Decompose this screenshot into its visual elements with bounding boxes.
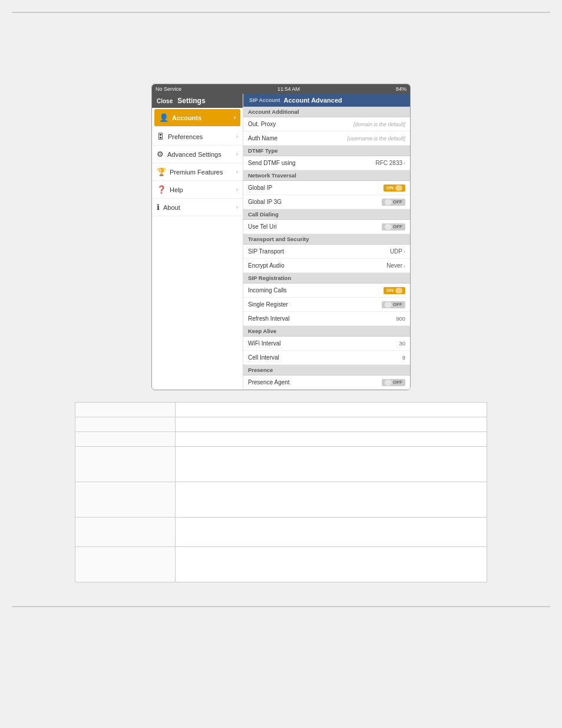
- page-wrapper: No Service 11:54 AM 84% Close Settings 👤…: [0, 0, 562, 728]
- auth-name-label: Auth Name: [248, 135, 277, 141]
- table-cell-value: [176, 403, 487, 417]
- sidebar-label-premium-features: Premium Features: [170, 169, 223, 176]
- sidebar: Close Settings 👤 Accounts › 🎛 Preference…: [152, 94, 243, 390]
- row-global-ip: Global IP ON: [243, 181, 410, 195]
- info-table: [75, 402, 487, 582]
- status-signal: No Service: [156, 86, 181, 92]
- cell-interval-label: Cell Interval: [248, 354, 279, 361]
- sip-transport-arrow: ›: [404, 249, 405, 255]
- table-cell-value: [176, 447, 487, 482]
- status-battery: 84%: [396, 86, 406, 92]
- single-register-label: Single Register: [248, 301, 288, 308]
- row-refresh-interval: Refresh Interval 900: [243, 312, 410, 326]
- row-cell-interval: Cell Interval 9: [243, 351, 410, 365]
- table-cell-key: [75, 547, 176, 582]
- table-cell-key: [75, 432, 176, 447]
- auth-name-value[interactable]: [username is the default]: [347, 136, 405, 141]
- preferences-icon: 🎛: [157, 132, 164, 141]
- table-row: [75, 432, 487, 447]
- help-chevron: ›: [236, 186, 238, 193]
- sidebar-item-advanced-settings[interactable]: ⚙ Advanced Settings ›: [152, 146, 243, 163]
- refresh-interval-label: Refresh Interval: [248, 315, 290, 322]
- phone-body: Close Settings 👤 Accounts › 🎛 Preference…: [152, 94, 410, 390]
- accounts-icon: 👤: [159, 113, 168, 122]
- breadcrumb: SIP Account: [249, 97, 280, 103]
- single-register-toggle[interactable]: OFF: [382, 301, 405, 308]
- sidebar-item-preferences[interactable]: 🎛 Preferences ›: [152, 128, 243, 146]
- refresh-interval-value[interactable]: 900: [396, 315, 405, 322]
- table-row: [75, 403, 487, 417]
- out-proxy-value[interactable]: [domain is the default]: [353, 121, 405, 127]
- table-cell-value: [176, 482, 487, 518]
- status-bar: No Service 11:54 AM 84%: [152, 84, 410, 94]
- encrypt-audio-value: Never ›: [386, 262, 405, 269]
- top-divider: [12, 12, 550, 13]
- row-wifi-interval: WiFi Interval 30: [243, 337, 410, 351]
- send-dtmf-arrow: ›: [404, 160, 405, 166]
- cell-interval-value[interactable]: 9: [402, 354, 405, 361]
- send-dtmf-value: RFC 2833 ›: [375, 160, 405, 166]
- table-row: [75, 482, 487, 518]
- table-cell-value: [176, 518, 487, 547]
- preferences-chevron: ›: [236, 133, 238, 140]
- sidebar-label-about: About: [163, 204, 180, 211]
- incoming-calls-label: Incoming Calls: [248, 287, 287, 294]
- presence-agent-toggle[interactable]: OFF: [382, 379, 405, 386]
- sidebar-item-accounts[interactable]: 👤 Accounts ›: [154, 109, 240, 127]
- premium-features-icon: 🏆: [157, 167, 166, 176]
- phone-inner: No Service 11:54 AM 84% Close Settings 👤…: [152, 84, 410, 390]
- main-header: SIP Account Account Advanced: [243, 94, 410, 107]
- table-row: [75, 547, 487, 582]
- sidebar-label-advanced-settings: Advanced Settings: [167, 151, 222, 158]
- row-incoming-calls: Incoming Calls ON: [243, 284, 410, 298]
- encrypt-audio-arrow: ›: [404, 263, 405, 269]
- close-button[interactable]: Close: [157, 98, 173, 104]
- table-row: [75, 518, 487, 547]
- sidebar-item-premium-features[interactable]: 🏆 Premium Features ›: [152, 163, 243, 181]
- use-tel-uri-toggle[interactable]: OFF: [382, 223, 405, 230]
- accounts-chevron: ›: [234, 114, 236, 121]
- row-use-tel-uri: Use Tel Uri OFF: [243, 220, 410, 234]
- status-time: 11:54 AM: [277, 86, 300, 92]
- incoming-calls-toggle[interactable]: ON: [384, 287, 405, 294]
- encrypt-audio-label: Encrypt Audio: [248, 262, 285, 269]
- row-send-dtmf[interactable]: Send DTMF using RFC 2833 ›: [243, 156, 410, 170]
- sip-transport-value: UDP ›: [390, 248, 405, 255]
- sidebar-title: Settings: [177, 97, 205, 105]
- global-ip-toggle[interactable]: ON: [384, 185, 405, 192]
- sidebar-header: Close Settings: [152, 94, 243, 108]
- about-icon: ℹ: [157, 203, 160, 212]
- section-dtmf-type: DTMF Type: [243, 146, 410, 156]
- table-row: [75, 447, 487, 482]
- advanced-settings-icon: ⚙: [157, 150, 164, 159]
- row-presence-agent: Presence Agent OFF: [243, 375, 410, 390]
- premium-features-chevron: ›: [236, 169, 238, 175]
- section-sip-registration: SIP Registration: [243, 273, 410, 284]
- global-ip-3g-toggle[interactable]: OFF: [382, 199, 405, 206]
- wifi-interval-label: WiFi Interval: [248, 340, 281, 347]
- section-account-additional: Account Additional: [243, 107, 410, 117]
- use-tel-uri-label: Use Tel Uri: [248, 223, 277, 230]
- section-presence: Presence: [243, 365, 410, 375]
- wifi-interval-value[interactable]: 30: [399, 340, 405, 347]
- table-cell-value: [176, 417, 487, 432]
- about-chevron: ›: [236, 204, 238, 210]
- row-encrypt-audio[interactable]: Encrypt Audio Never ›: [243, 259, 410, 273]
- section-transport-security: Transport and Security: [243, 234, 410, 245]
- help-icon: ❓: [157, 185, 166, 194]
- table-cell-key: [75, 417, 176, 432]
- sidebar-item-about[interactable]: ℹ About ›: [152, 199, 243, 216]
- sidebar-label-accounts: Accounts: [172, 114, 201, 121]
- table-cell-key: [75, 447, 176, 482]
- row-out-proxy: Out. Proxy [domain is the default]: [243, 117, 410, 131]
- presence-agent-label: Presence Agent: [248, 379, 290, 386]
- section-network-traversal: Network Traversal: [243, 170, 410, 181]
- sip-transport-label: SIP Transport: [248, 248, 284, 255]
- send-dtmf-label: Send DTMF using: [248, 160, 296, 166]
- row-sip-transport[interactable]: SIP Transport UDP ›: [243, 245, 410, 259]
- table-cell-key: [75, 518, 176, 547]
- sidebar-item-help[interactable]: ❓ Help ›: [152, 181, 243, 199]
- advanced-settings-chevron: ›: [236, 151, 238, 157]
- bottom-divider: [12, 606, 550, 607]
- table-row: [75, 417, 487, 432]
